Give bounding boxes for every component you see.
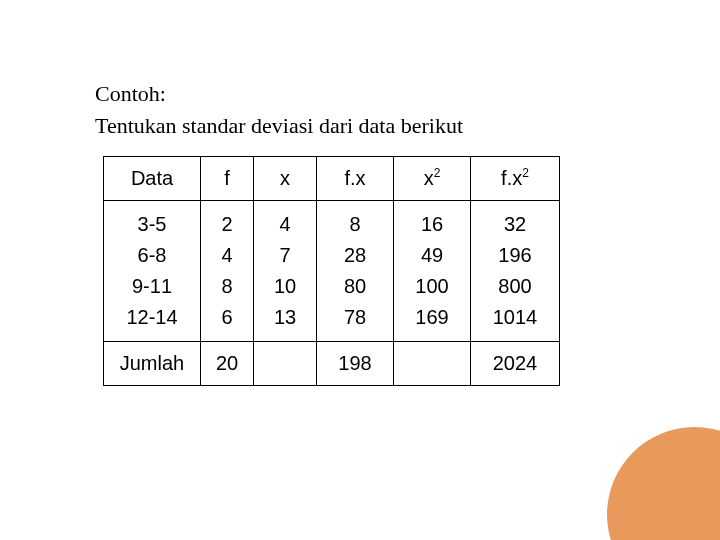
table-header-row: Data f x f.x x2 f.x2	[104, 156, 560, 200]
data-table: Data f x f.x x2 f.x2 3-56-89-1112-14 248…	[103, 156, 560, 386]
col-header-fx: f.x	[317, 156, 394, 200]
table-data-row: 3-56-89-1112-14 2486 471013 8288078 1649…	[104, 200, 560, 341]
total-fx: 198	[317, 341, 394, 385]
total-x2	[394, 341, 471, 385]
col-header-x2: x2	[394, 156, 471, 200]
col-header-fx2: f.x2	[471, 156, 560, 200]
decorative-circle	[607, 427, 720, 540]
total-label: Jumlah	[104, 341, 201, 385]
cell-data: 3-56-89-1112-14	[104, 200, 201, 341]
col-header-f: f	[201, 156, 254, 200]
cell-f: 2486	[201, 200, 254, 341]
total-f: 20	[201, 341, 254, 385]
cell-fx2: 321968001014	[471, 200, 560, 341]
total-fx2: 2024	[471, 341, 560, 385]
cell-x2: 1649100169	[394, 200, 471, 341]
cell-fx: 8288078	[317, 200, 394, 341]
problem-text: Tentukan standar deviasi dari data berik…	[95, 110, 560, 142]
col-header-x: x	[254, 156, 317, 200]
total-x	[254, 341, 317, 385]
col-header-data: Data	[104, 156, 201, 200]
cell-x: 471013	[254, 200, 317, 341]
table-total-row: Jumlah 20 198 2024	[104, 341, 560, 385]
example-label: Contoh:	[95, 78, 560, 110]
